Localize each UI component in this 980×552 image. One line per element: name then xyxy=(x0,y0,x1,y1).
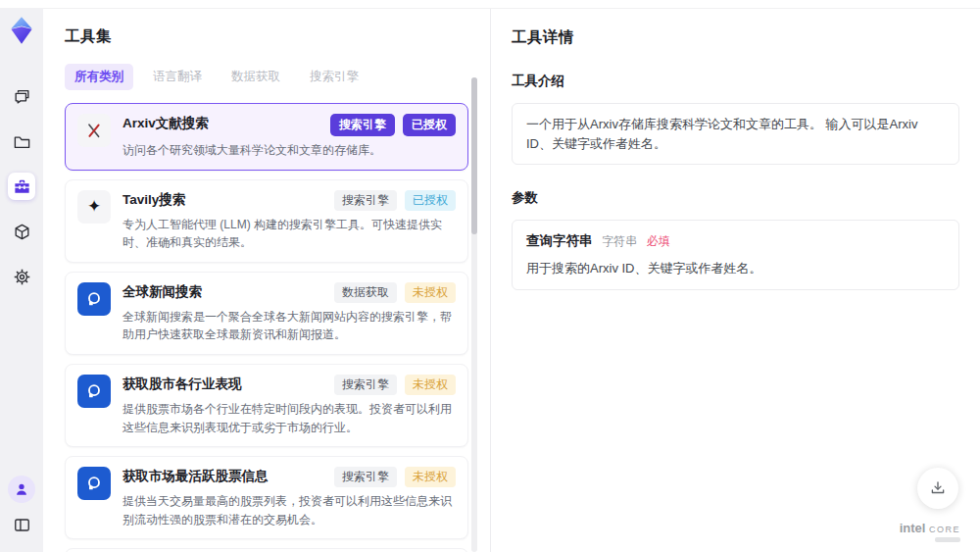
auth-badge: 未授权 xyxy=(405,467,456,487)
param-box: 查询字符串 字符串 必填 用于搜索的Arxiv ID、关键字或作者姓名。 xyxy=(512,220,959,290)
download-button[interactable] xyxy=(917,468,958,509)
param-required-badge: 必填 xyxy=(647,234,670,248)
gear-icon[interactable] xyxy=(8,263,35,290)
tool-card-arxiv[interactable]: Arxiv文献搜索 搜索引擎 已授权 访问各个研究领域大量科学论文和文章的存储库… xyxy=(65,103,468,171)
intro-text: 一个用于从Arxiv存储库搜索科学论文和文章的工具。 输入可以是Arxiv ID… xyxy=(526,117,917,151)
list-scrollbar[interactable] xyxy=(471,77,477,552)
chat-icon[interactable] xyxy=(8,82,35,110)
toolbox-icon[interactable] xyxy=(8,173,35,200)
detail-title: 工具详情 xyxy=(512,27,959,48)
tool-description: 全球新闻搜索是一个聚合全球各大新闻网站内容的搜索引擎，帮助用户快速获取全球最新资… xyxy=(122,308,456,344)
cube-icon[interactable] xyxy=(8,218,35,245)
intel-core-logo: intel core xyxy=(900,522,960,542)
tool-list: Arxiv文献搜索 搜索引擎 已授权 访问各个研究领域大量科学论文和文章的存储库… xyxy=(65,103,468,552)
stock-sector-icon xyxy=(77,375,111,408)
user-icon[interactable] xyxy=(8,476,35,503)
category-tabs: 所有类别 语言翻译 数据获取 搜索引擎 xyxy=(65,64,468,90)
category-badge: 数据获取 xyxy=(334,282,397,303)
tool-name: 获取股市各行业表现 xyxy=(122,375,326,393)
params-heading: 参数 xyxy=(512,189,959,207)
tab-language-translation[interactable]: 语言翻译 xyxy=(143,64,212,90)
category-badge: 搜索引擎 xyxy=(330,114,395,136)
page-title: 工具集 xyxy=(65,26,468,47)
category-badge: 搜索引擎 xyxy=(334,190,397,211)
panel-toggle-icon[interactable] xyxy=(8,511,35,538)
brand-core: core xyxy=(929,521,960,535)
param-description: 用于搜索的Arxiv ID、关键字或作者姓名。 xyxy=(526,259,945,278)
tab-search-engine[interactable]: 搜索引擎 xyxy=(300,64,368,90)
sidebar-bottom xyxy=(8,476,35,552)
auth-badge: 已授权 xyxy=(405,190,456,211)
tool-name: 全球新闻搜索 xyxy=(122,282,326,301)
app-window: 工具集 所有类别 语言翻译 数据获取 搜索引擎 xyxy=(0,0,980,552)
tool-detail-panel: 工具详情 工具介绍 一个用于从Arxiv存储库搜索科学论文和文章的工具。 输入可… xyxy=(490,9,980,552)
auth-badge: 已授权 xyxy=(403,114,456,136)
news-search-icon xyxy=(77,282,111,316)
arxiv-icon xyxy=(77,114,111,147)
tab-data-fetch[interactable]: 数据获取 xyxy=(221,64,290,90)
intro-box: 一个用于从Arxiv存储库搜索科学论文和文章的工具。 输入可以是Arxiv ID… xyxy=(512,103,959,165)
folder-icon[interactable] xyxy=(8,127,35,155)
tool-card-tavily[interactable]: ✦ Tavily搜索 搜索引擎 已授权 专为人工智能代理 (LLM) 构建的搜索… xyxy=(65,179,468,263)
tool-card-global-news[interactable]: 全球新闻搜索 数据获取 未授权 全球新闻搜索是一个聚合全球各大新闻网站内容的搜索… xyxy=(65,272,468,355)
intro-heading: 工具介绍 xyxy=(512,73,959,90)
tool-name: Tavily搜索 xyxy=(122,190,326,209)
app-logo xyxy=(7,16,36,45)
scrollbar-thumb[interactable] xyxy=(471,77,477,234)
category-badge: 搜索引擎 xyxy=(334,467,397,487)
tool-description: 专为人工智能代理 (LLM) 构建的搜索引擎工具。可快速提供实时、准确和真实的结… xyxy=(122,216,456,252)
sidebar xyxy=(0,8,43,552)
param-type: 字符串 xyxy=(602,234,637,248)
tool-card-active-stocks[interactable]: 获取市场最活跃股票信息 搜索引擎 未授权 提供当天交易量最高的股票列表，投资者可… xyxy=(65,456,468,539)
tool-name: Arxiv文献搜索 xyxy=(122,114,322,132)
active-stock-icon xyxy=(77,467,111,500)
tool-card-stock-sectors[interactable]: 获取股市各行业表现 搜索引擎 未授权 提供股票市场各个行业在特定时间段内的表现。… xyxy=(65,364,468,447)
category-badge: 搜索引擎 xyxy=(334,375,397,395)
tool-description: 访问各个研究领域大量科学论文和文章的存储库。 xyxy=(122,141,456,160)
tool-description: 提供当天交易量最高的股票列表，投资者可以利用这些信息来识别流动性强的股票和潜在的… xyxy=(122,492,456,528)
tool-card-regional-news[interactable]: 万维地区新闻查询 搜索引擎 未授权 查询具体行政区划内的新闻，快速了解各地新闻动 xyxy=(65,548,468,552)
auth-badge: 未授权 xyxy=(405,375,456,395)
tavily-icon: ✦ xyxy=(77,190,111,224)
brand-bar xyxy=(935,537,960,542)
sidebar-nav xyxy=(8,82,35,290)
param-name: 查询字符串 xyxy=(526,233,593,248)
main-content: 工具集 所有类别 语言翻译 数据获取 搜索引擎 xyxy=(43,8,980,552)
tab-all-categories[interactable]: 所有类别 xyxy=(65,64,133,90)
brand-intel: intel xyxy=(900,521,926,535)
auth-badge: 未授权 xyxy=(405,282,456,303)
tool-name: 获取市场最活跃股票信息 xyxy=(122,467,326,485)
download-icon xyxy=(929,479,947,497)
tool-list-panel: 工具集 所有类别 语言翻译 数据获取 搜索引擎 xyxy=(43,9,490,552)
tool-description: 提供股票市场各个行业在特定时间段内的表现。投资者可以利用这些信息来识别表现优于或… xyxy=(122,400,456,436)
